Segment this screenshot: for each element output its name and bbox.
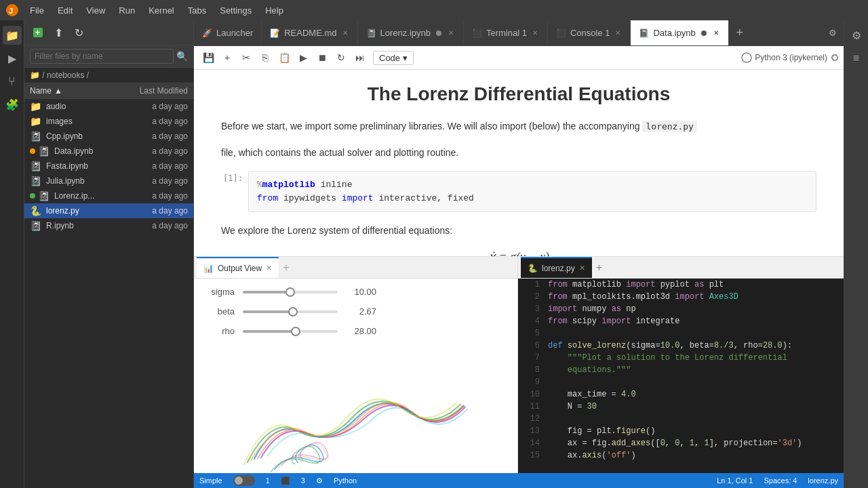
list-item[interactable]: 📓 Julia.ipynb a day ago [24,174,193,188]
list-item[interactable]: 📁 images a day ago [24,114,193,129]
list-item[interactable]: 📓 Fasta.ipynb a day ago [24,159,193,174]
output-tab-label: Output View [218,264,262,273]
file-name: Lorenz.ip... [54,191,134,201]
code-line: 7 """Plot a solution to the Lorenz diffe… [518,352,844,364]
menu-help[interactable]: Help [260,4,289,17]
list-item[interactable]: 📓 Data.ipynb a day ago [24,144,193,159]
code-editor[interactable]: 1 from matplotlib import pyplot as plt 2… [518,279,844,473]
code-line: 4 from scipy import integrate [518,315,844,327]
save-button[interactable]: 💾 [199,49,217,66]
git-icon[interactable]: ⑂ [3,72,22,91]
stop-button[interactable]: ⏹ [313,49,331,66]
explore-text: We explore the Lorenz system of differen… [221,223,816,238]
rho-thumb[interactable] [291,327,300,336]
file-panel: + ⬆ ↻ 🔍 📁 / notebooks / Name ▲ Last Modi… [24,20,194,488]
notebook-icon: 📓 [30,220,42,231]
code-line: 14 ax = fig.add_axes([0, 0, 1, 1], proje… [518,437,844,449]
split-panel: The Lorenz Differential Equations Before… [194,70,844,473]
line-content: ax = fig.add_axes([0, 0, 1, 1], projecti… [548,437,802,449]
menu-tabs[interactable]: Tabs [182,4,212,17]
line-number: 9 [524,376,540,388]
line-content: from scipy import integrate [548,315,679,327]
code-line: 1 from matplotlib import pyplot as plt [518,279,844,291]
tab-close-button[interactable]: ✕ [341,28,349,38]
cut-button[interactable]: ✂ [237,49,255,66]
tab-console[interactable]: ⬛ Console 1 ✕ [548,20,631,45]
chevron-down-icon: ▾ [403,53,408,63]
lorenz-py-tab[interactable]: 🐍 lorenz.py ✕ [521,257,592,278]
code-line: 8 equations.""" [518,364,844,376]
refresh-button[interactable]: ↻ [71,24,87,41]
run-icon[interactable]: ▶ [3,49,22,68]
search-input[interactable] [30,49,174,64]
beta-thumb[interactable] [288,307,298,317]
line-number: 6 [524,340,540,352]
tab-close-button[interactable]: ✕ [531,28,539,38]
tab-terminal[interactable]: ⬛ Terminal 1 ✕ [464,20,548,45]
code-panel-close[interactable]: ✕ [579,264,585,272]
upload-button[interactable]: ⬆ [50,24,66,41]
restart-button[interactable]: ↻ [332,49,350,66]
spaces-info: Spaces: 4 [764,476,797,485]
menu-kernel[interactable]: Kernel [143,4,180,17]
search-icon[interactable]: 🔍 [176,51,188,62]
intro-text: Before we start, we import some prelimin… [221,121,640,131]
run-button[interactable]: ▶ [294,49,312,66]
copy-button[interactable]: ⎘ [256,49,274,66]
list-item[interactable]: 📓 Lorenz.ip... a day ago [24,188,193,203]
breadcrumb-path: / notebooks / [42,70,89,80]
add-tab-button[interactable]: + [729,20,751,45]
fast-forward-button[interactable]: ⏭ [351,49,369,66]
menu-run[interactable]: Run [113,4,140,17]
list-item[interactable]: 📓 R.ipynb a day ago [24,218,193,233]
status-num1: 1 [266,476,270,485]
rho-label: rho [208,326,235,336]
paste-button[interactable]: 📋 [275,49,293,66]
code-cell[interactable]: %matplotlib inline from ipywidgets impor… [248,171,816,212]
add-cell-button[interactable]: + [218,49,236,66]
output-panel-close[interactable]: ✕ [266,264,272,272]
lorenz-nb-icon: 📓 [366,28,376,38]
app-logo: J [5,3,19,17]
list-item[interactable]: 🐍 lorenz.py a day ago [24,203,193,218]
tab-settings-icon[interactable]: ⚙ [822,20,844,45]
tab-readme[interactable]: 📝 README.md ✕ [262,20,357,45]
output-view-tab[interactable]: 📊 Output View ✕ [197,257,279,278]
extensions-icon[interactable]: 🧩 [3,95,22,114]
name-column-header[interactable]: Name ▲ [30,86,120,96]
menu-view[interactable]: View [81,4,111,17]
sigma-label: sigma [208,287,235,297]
menu-edit[interactable]: Edit [52,4,78,17]
intro-paragraph: Before we start, we import some prelimin… [221,119,816,134]
rho-value: 28.00 [346,326,376,336]
right-property-icon[interactable]: ≡ [847,49,866,68]
menu-file[interactable]: File [24,4,50,17]
line-number: 12 [524,413,540,425]
new-button[interactable]: + [30,24,46,41]
line-number: 11 [524,401,540,413]
right-settings-icon[interactable]: ⚙ [847,26,866,45]
kernel-indicator: Python 3 (ipykernel) [741,52,827,63]
code-line: 12 [518,413,844,425]
tab-lorenz-nb[interactable]: 📓 Lorenz.ipynb ✕ [358,20,464,45]
simple-toggle[interactable] [233,475,255,486]
list-item[interactable]: 📓 Cpp.ipynb a day ago [24,129,193,144]
menu-settings[interactable]: Settings [214,4,257,17]
add-code-tab-button[interactable]: + [596,262,602,274]
sort-asc-icon: ▲ [54,86,62,96]
code-panel-tab-bar: 🐍 lorenz.py ✕ + [518,257,844,279]
list-item[interactable]: 📁 audio a day ago [24,99,193,114]
tab-close-button[interactable]: ✕ [447,28,455,38]
cell-type-select[interactable]: Code ▾ [373,51,414,65]
notebook-title: The Lorenz Differential Equations [221,83,816,105]
line-content: from mpl_toolkits.mplot3d import Axes3D [548,291,738,303]
simple-mode-label: Simple [199,476,222,485]
sigma-thumb[interactable] [285,287,295,297]
tab-launcher[interactable]: 🚀 Launcher [194,20,262,45]
tab-close-button[interactable]: ✕ [712,28,720,38]
console-icon: ⬛ [556,28,566,38]
tab-close-button[interactable]: ✕ [614,28,622,38]
add-output-tab-button[interactable]: + [283,262,289,274]
folder-icon[interactable]: 📁 [3,26,22,45]
tab-data-nb[interactable]: 📓 Data.ipynb ✕ [631,20,728,45]
